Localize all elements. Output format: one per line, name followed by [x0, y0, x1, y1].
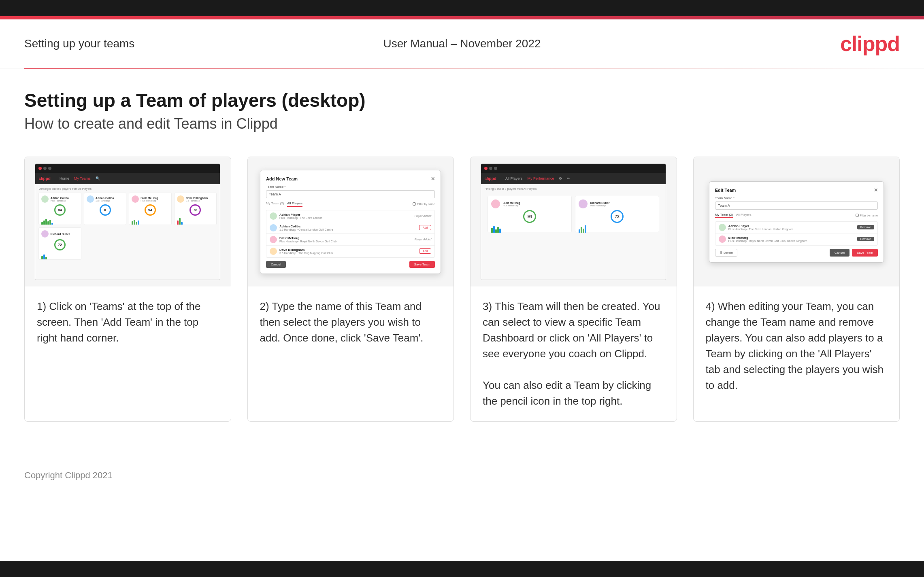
remove-player-btn-1[interactable]: Remove — [857, 225, 874, 229]
bar — [493, 226, 495, 233]
mock-avatar-3 — [132, 195, 139, 203]
edit-filter-checkbox[interactable] — [856, 214, 859, 217]
mock-score-3: 94 — [145, 204, 156, 216]
bar — [581, 227, 582, 233]
edit-team-name-label: Team Name * — [715, 196, 878, 200]
mock-logo: clippd — [38, 176, 50, 181]
mock-nav-home: Home — [60, 176, 69, 180]
player-details-1: Adrian Player Plus Handicap · The Shire … — [279, 213, 412, 219]
mock-p2-info: 1.5 Handicap — [96, 199, 114, 202]
bar — [497, 227, 499, 233]
bar — [45, 219, 47, 225]
bar — [45, 257, 47, 260]
logo-text: clippd — [840, 32, 900, 55]
save-team-button[interactable]: Save Team — [409, 261, 435, 268]
mock-nav-3-players: All Players — [505, 176, 523, 180]
bar — [134, 220, 135, 225]
card-1-app-mockup: clippd Home My Teams 🔍 Viewing 8 out of … — [35, 163, 220, 280]
mock-bar-3 — [132, 217, 168, 225]
bar — [47, 221, 49, 225]
card-4: Edit Team ✕ Team Name * My Team (2) All … — [693, 157, 900, 422]
header-left-text: Setting up your teams — [24, 37, 134, 50]
filter-checkbox[interactable] — [413, 202, 416, 206]
mock-dash-card-1: Blair McHarg Plus Handicap 94 — [488, 196, 572, 232]
player-list: Adrian Player Plus Handicap · The Shire … — [266, 210, 435, 258]
accent-bar — [0, 16, 924, 19]
edit-save-team-button[interactable]: Save Team — [852, 249, 878, 257]
card-4-text: 4) When editing your Team, you can chang… — [694, 286, 900, 421]
player-details-4: Dave Billingham 3.5 Handicap · The Dug M… — [279, 248, 417, 255]
player-name-2: Adrian Coliba — [279, 225, 417, 228]
edit-filter-by-name: Filter by name — [856, 213, 878, 218]
edit-player-info-2: Plus Handicap · Royal North Devon Golf C… — [728, 240, 855, 242]
dialog-close-icon[interactable]: ✕ — [431, 176, 435, 182]
edit-player-avatar-1 — [719, 224, 726, 231]
mock-dot-red — [38, 167, 42, 170]
edit-tab-all-players[interactable]: All Players — [736, 213, 752, 218]
filter-by-name: Filter by name — [413, 202, 435, 207]
edit-dialog-footer: 🗑 Delete Cancel Save Team — [715, 249, 878, 257]
mock-dash-content: Blair McHarg Plus Handicap 94 — [484, 193, 662, 235]
mock-dash-p2-info: Plus Handicap — [590, 204, 609, 207]
cancel-button[interactable]: Cancel — [266, 261, 286, 268]
mock-p4-name: Dave Billingham — [186, 197, 208, 199]
mock-bar-5 — [41, 252, 78, 260]
edit-dialog-close-icon[interactable]: ✕ — [874, 187, 878, 193]
mock-player-card-4: Dave Billingham 3.5 Handicap 78 — [174, 193, 217, 225]
mock-dash-p1: Blair McHarg — [502, 202, 520, 204]
mock-nav-search: 🔍 — [96, 176, 100, 180]
mock-avatar-1 — [41, 195, 49, 203]
mock-p1-info: Plus Handicap — [50, 199, 69, 202]
mock-dash-p1-info: Plus Handicap — [502, 204, 520, 207]
edit-dialog-title-bar: Edit Team ✕ — [715, 187, 878, 193]
team-name-input[interactable] — [266, 190, 435, 198]
mock-nav-teams: My Teams — [74, 176, 91, 180]
add-player-btn-2[interactable]: Add — [419, 225, 431, 230]
edit-team-dialog: Edit Team ✕ Team Name * My Team (2) All … — [709, 181, 884, 263]
bar — [138, 221, 139, 225]
mock-dash-card-2: Richard Butler Plus Handicap 72 — [575, 196, 659, 232]
bar — [41, 256, 43, 260]
bar — [579, 229, 580, 233]
mock-nav-3-icon2: ✏ — [567, 176, 570, 180]
edit-tab-my-team[interactable]: My Team (2) — [715, 213, 733, 218]
mock-nav-3-icon1: ⚙ — [559, 176, 562, 180]
edit-cancel-button[interactable]: Cancel — [830, 249, 849, 257]
mock-bar-1 — [41, 217, 78, 225]
add-player-btn-4[interactable]: Add — [419, 248, 431, 254]
player-details-3: Blair McHarg Plus Handicap · Royal North… — [279, 236, 412, 243]
mock-content-3: Finding 8 out of 8 players from All Play… — [481, 184, 666, 280]
tab-all-players[interactable]: All Players — [287, 202, 302, 207]
team-name-label: Team Name * — [266, 185, 435, 189]
player-info-3: Plus Handicap · Royal North Devon Golf C… — [279, 240, 412, 243]
mock-score-2: 0 — [100, 204, 111, 216]
mock-dash-score-2: 72 — [611, 210, 624, 223]
edit-player-list: Adrian Player Plus Handicap · The Shire … — [715, 221, 878, 246]
mock-player-card-5: Richard Butler 72 — [38, 227, 81, 260]
bar — [179, 218, 181, 225]
edit-player-row-1: Adrian Player Plus Handicap · The Shire … — [715, 222, 877, 233]
mock-avatar-5 — [41, 230, 49, 238]
edit-team-name-input[interactable] — [715, 202, 878, 210]
remove-player-btn-2[interactable]: Remove — [857, 237, 874, 241]
mock-p1-name: Adrian Coliba — [50, 197, 69, 199]
card-2: Add New Team ✕ Team Name * My Team (2) A… — [247, 157, 454, 422]
bar — [583, 229, 584, 233]
bar — [177, 221, 179, 225]
player-avatar-2 — [270, 224, 277, 231]
player-row-3: Blair McHarg Plus Handicap · Royal North… — [266, 234, 434, 246]
page-subtitle: How to create and edit Teams in Clippd — [24, 115, 900, 132]
top-decorative-bar — [0, 0, 924, 16]
mock-player-card-1: Adrian Coliba Plus Handicap 84 — [38, 193, 81, 225]
delete-button[interactable]: 🗑 Delete — [715, 249, 737, 257]
dialog-footer: Cancel Save Team — [266, 261, 435, 268]
mock-dot-3b — [494, 167, 497, 170]
cards-grid: clippd Home My Teams 🔍 Viewing 8 out of … — [24, 157, 900, 422]
card-3-text: 3) This Team will then be created. You c… — [471, 286, 677, 421]
mock-logo-3: clippd — [484, 176, 496, 181]
mock-player-card-2: Adrian Coliba 1.5 Handicap 0 — [84, 193, 126, 225]
tab-my-team[interactable]: My Team (2) — [266, 202, 284, 207]
footer: Copyright Clippd 2021 — [0, 462, 924, 489]
player-row-2: Adrian Coliba 1.5 Handicap · Central Lon… — [266, 222, 434, 234]
player-name-3: Blair McHarg — [279, 236, 412, 240]
